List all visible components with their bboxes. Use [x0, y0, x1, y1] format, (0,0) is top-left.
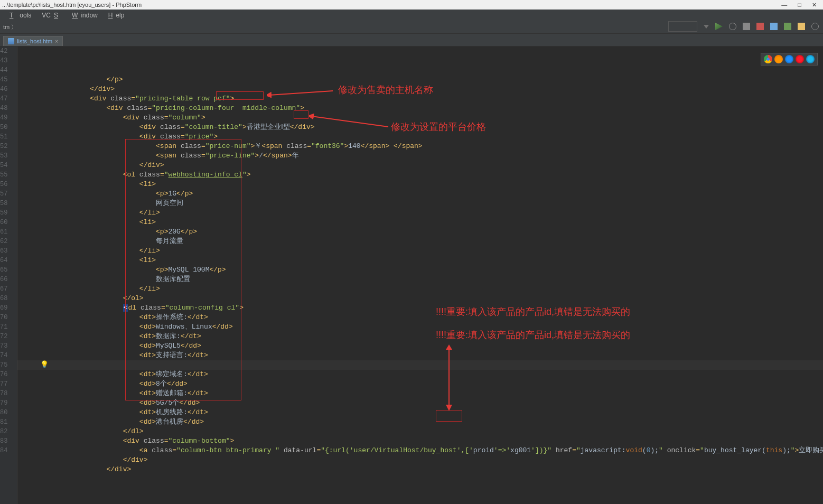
line-number[interactable]: 59 — [0, 208, 17, 218]
line-number[interactable]: 65 — [0, 265, 17, 275]
line-number[interactable]: 70 — [0, 313, 17, 322]
tool-icon-1[interactable] — [770, 23, 778, 30]
code-line[interactable]: <p>20G</p> — [24, 227, 823, 237]
intention-bulb-icon[interactable]: 💡 — [40, 360, 49, 369]
line-number[interactable]: 66 — [0, 275, 17, 284]
line-number[interactable]: 48 — [0, 104, 17, 113]
line-number[interactable]: 80 — [0, 408, 17, 417]
line-number[interactable]: 60 — [0, 218, 17, 227]
coverage-icon[interactable] — [743, 23, 750, 30]
line-number[interactable]: 61 — [0, 227, 17, 237]
code-line[interactable]: </li> — [24, 246, 823, 256]
line-number[interactable]: 62 — [0, 237, 17, 246]
code-line[interactable]: <dd>港台机房</dd> — [24, 417, 823, 427]
code-line[interactable]: <li> — [24, 256, 823, 265]
code-line[interactable]: 每月流量 — [24, 237, 823, 246]
line-number[interactable]: 63 — [0, 246, 17, 256]
line-number[interactable]: 43 — [0, 56, 17, 66]
file-tabs[interactable]: lists_host.htm × — [0, 34, 823, 46]
code-line[interactable]: </div> — [24, 161, 823, 170]
menu-vcs[interactable]: VCS — [39, 12, 64, 19]
line-number[interactable]: 76 — [0, 370, 17, 379]
code-line[interactable]: <li> — [24, 180, 823, 189]
line-number[interactable]: 67 — [0, 284, 17, 294]
line-number[interactable]: 47 — [0, 94, 17, 104]
line-number[interactable]: 79 — [0, 398, 17, 408]
code-line[interactable]: <dd>MySQL5</dd> — [24, 341, 823, 351]
code-line[interactable]: <dt>机房线路:</dt> — [24, 408, 823, 417]
code-line[interactable]: <div class="pricing-column-four middle-c… — [24, 104, 823, 113]
code-line[interactable]: </li> — [24, 208, 823, 218]
code-line[interactable]: <div class="price"> — [24, 132, 823, 142]
code-line[interactable]: <dd>Windows、Linux</dd> — [24, 322, 823, 332]
line-number[interactable]: 46 — [0, 85, 17, 94]
ie-icon[interactable] — [806, 55, 815, 63]
line-number[interactable]: 75 — [0, 360, 17, 370]
line-number[interactable]: 56 — [0, 180, 17, 189]
line-number[interactable]: 68 — [0, 294, 17, 303]
run-config-combo[interactable] — [668, 21, 697, 32]
code-line[interactable]: <p>1G</p> — [24, 189, 823, 199]
line-number[interactable]: 64 — [0, 256, 17, 265]
code-line[interactable]: <dt>支持语言:</dt> — [24, 351, 823, 360]
line-number[interactable]: 45 — [0, 75, 17, 85]
line-number[interactable]: 57 — [0, 189, 17, 199]
file-tab-active[interactable]: lists_host.htm × — [3, 36, 63, 46]
opera-icon[interactable] — [796, 55, 804, 63]
line-gutter[interactable]: 4243444546474849505152535455565758596061… — [0, 46, 17, 504]
code-line[interactable]: <dt>赠送邮箱:</dt> — [24, 389, 823, 398]
code-line[interactable]: <dd>8个</dd> — [24, 379, 823, 389]
code-line[interactable]: <ol class="webhosting-info cl"> — [24, 170, 823, 180]
safari-icon[interactable] — [785, 55, 793, 63]
code-line[interactable]: </div> — [24, 455, 823, 465]
code-line[interactable]: </ol> — [24, 294, 823, 303]
line-number[interactable]: 55 — [0, 170, 17, 180]
code-line[interactable]: <dl class="column-config cl"> — [24, 303, 823, 313]
breadcrumb-item[interactable]: tm 〉 — [3, 23, 17, 31]
code-line[interactable]: 网页空间 — [24, 199, 823, 208]
code-area[interactable]: </p> </div> <div class="pricing-table ro… — [17, 46, 823, 504]
window-controls[interactable]: — □ ✕ — [781, 2, 821, 8]
line-number[interactable]: 73 — [0, 341, 17, 351]
line-number[interactable]: 51 — [0, 132, 17, 142]
firefox-icon[interactable] — [774, 55, 783, 63]
line-number[interactable]: 50 — [0, 123, 17, 132]
code-line[interactable]: <dt>绑定域名:</dt> — [24, 370, 823, 379]
menu-help[interactable]: Help — [102, 12, 128, 19]
line-number[interactable]: 58 — [0, 199, 17, 208]
menu-tools[interactable]: Tools — [3, 12, 38, 19]
code-line[interactable]: <div class="column-bottom"> — [24, 436, 823, 446]
code-line[interactable]: <dd>5G/5个</dd> — [24, 398, 823, 408]
editor[interactable]: 4243444546474849505152535455565758596061… — [0, 46, 823, 504]
code-line[interactable]: <dt>操作系统:</dt> — [24, 313, 823, 322]
run-icon[interactable] — [715, 23, 723, 30]
line-number[interactable]: 84 — [0, 446, 17, 455]
line-number[interactable]: 78 — [0, 389, 17, 398]
browser-preview-icons[interactable] — [761, 53, 818, 66]
line-number[interactable]: 74 — [0, 351, 17, 360]
line-number[interactable]: 53 — [0, 151, 17, 161]
code-line[interactable]: </li> — [24, 284, 823, 294]
line-number[interactable]: 81 — [0, 417, 17, 427]
line-number[interactable]: 72 — [0, 332, 17, 341]
code-line[interactable] — [24, 474, 823, 484]
code-line[interactable]: <p>MySQL 100M</p> — [24, 265, 823, 275]
code-line[interactable]: 数据库配置 — [24, 275, 823, 284]
line-number[interactable]: 69 — [0, 303, 17, 313]
chrome-icon[interactable] — [764, 55, 772, 63]
stop-icon[interactable] — [756, 23, 764, 30]
maximize-icon[interactable]: □ — [798, 2, 801, 8]
code-line[interactable]: </dl> — [24, 427, 823, 436]
code-line[interactable]: <a class="column-btn btn-primary " data-… — [24, 446, 823, 455]
code-line[interactable]: <span class="price-line">/</span>年 — [24, 151, 823, 161]
run-toolbar[interactable] — [668, 21, 819, 32]
line-number[interactable]: 49 — [0, 113, 17, 123]
code-line[interactable]: <span class="price-num">￥<span class="fo… — [24, 142, 823, 151]
tool-icon-2[interactable] — [784, 23, 791, 30]
line-number[interactable]: 82 — [0, 427, 17, 436]
menu-bar[interactable]: Tools VCS Window Help — [0, 10, 823, 21]
close-tab-icon[interactable]: × — [55, 39, 58, 44]
debug-icon[interactable] — [729, 23, 736, 30]
tool-icon-3[interactable] — [798, 23, 805, 30]
close-icon[interactable]: ✕ — [812, 2, 817, 8]
